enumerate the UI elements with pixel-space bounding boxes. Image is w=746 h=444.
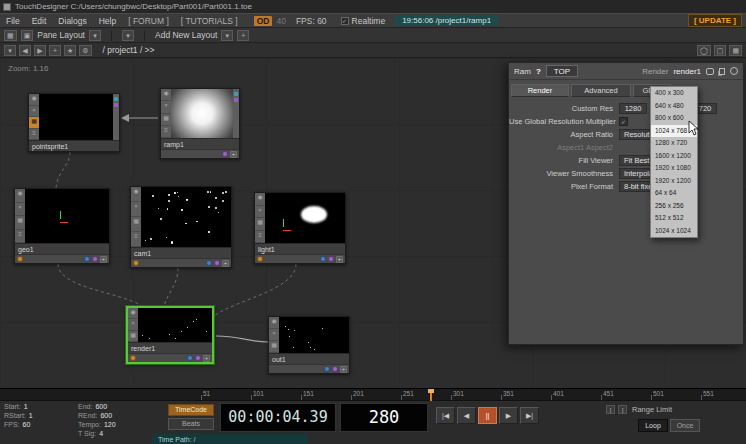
add-flag-icon[interactable]: + <box>203 355 210 362</box>
flag-dot-orange[interactable] <box>17 256 23 262</box>
od-button[interactable]: OD <box>254 16 273 26</box>
flag-dot-purple[interactable] <box>195 355 201 361</box>
bypass-flag-icon[interactable]: × <box>161 101 171 113</box>
viewer-flag-icon[interactable]: ◉ <box>269 317 279 329</box>
render-flag-icon[interactable]: ≡ <box>255 231 265 244</box>
tutorials-button[interactable]: [ TUTORIALS ] <box>175 16 244 26</box>
menu-file[interactable]: File <box>0 16 26 26</box>
pause-button[interactable]: || <box>478 407 497 424</box>
display-flag-icon[interactable]: ▦ <box>161 114 171 126</box>
flag-dot-purple[interactable] <box>332 366 338 372</box>
viewer-flag-icon[interactable]: ◉ <box>29 94 39 106</box>
add-icon[interactable]: + <box>49 45 61 56</box>
node-viewport[interactable] <box>39 94 113 140</box>
range-bracket-left-icon[interactable]: [ <box>606 405 615 414</box>
flag-dot-purple[interactable] <box>92 256 98 262</box>
viewer-flag-icon[interactable]: ◉ <box>131 187 141 202</box>
flag-dot-orange[interactable] <box>257 256 263 262</box>
node-flag-strip[interactable]: ◉ × ▦ ≡ <box>15 189 25 243</box>
node-flag-strip[interactable]: ◉ × ▦ <box>128 308 138 342</box>
pane-menu-dropdown-icon[interactable]: ▾ <box>4 45 16 56</box>
pane-grid-icon[interactable]: ▦ <box>729 45 742 56</box>
breadcrumb[interactable]: / project1 / >> <box>103 45 155 55</box>
flag-dot-blue[interactable] <box>320 256 326 262</box>
resolution-menu-item[interactable]: 1280 x 720 <box>651 137 697 150</box>
bypass-flag-icon[interactable]: × <box>269 329 279 341</box>
node-pointsprite1[interactable]: ◉ × ▦ ≡ pointsprite1 <box>28 93 120 152</box>
viewer-flag-icon[interactable]: ◉ <box>15 189 25 203</box>
help-icon[interactable]: ? <box>536 67 541 76</box>
display-flag-icon[interactable]: ▦ <box>15 216 25 230</box>
step-back-button[interactable]: ◀ <box>457 407 476 424</box>
display-flag-icon[interactable]: ▦ <box>29 117 39 129</box>
bookmark-star-icon[interactable]: ★ <box>64 45 76 56</box>
node-flag-strip[interactable]: ◉ × ▦ ≡ <box>255 193 265 243</box>
time-path-readout[interactable]: Time Path: / <box>152 434 308 444</box>
menu-dialogs[interactable]: Dialogs <box>52 16 92 26</box>
resolution-menu-item[interactable]: 1024 x 1024 <box>651 225 697 238</box>
flag-dot-blue[interactable] <box>84 256 90 262</box>
jump-start-button[interactable]: |◀ <box>436 407 455 424</box>
add-flag-icon[interactable]: + <box>222 260 229 267</box>
bypass-flag-icon[interactable]: × <box>131 202 141 217</box>
add-layout-plus-icon[interactable]: + <box>237 30 249 41</box>
display-flag-icon[interactable]: ▦ <box>269 341 279 353</box>
comment-icon[interactable] <box>706 68 714 75</box>
resolution-menu-item[interactable]: 400 x 300 <box>651 87 697 100</box>
add-flag-icon[interactable]: + <box>340 366 347 373</box>
flag-dot-blue[interactable] <box>187 355 193 361</box>
node-render1[interactable]: ◉ × ▦ render1 + <box>126 306 214 364</box>
render-flag-icon[interactable]: ≡ <box>15 230 25 244</box>
operator-name-field[interactable]: render1 <box>673 67 701 76</box>
viewer-flag-icon[interactable]: ◉ <box>255 193 265 206</box>
viewer-flag-icon[interactable]: ◉ <box>128 308 138 319</box>
back-icon[interactable]: ◀ <box>19 45 31 56</box>
display-flag-icon[interactable]: ▦ <box>255 218 265 231</box>
frame-field[interactable]: 280 <box>340 403 428 432</box>
render-flag-icon[interactable]: ≡ <box>29 129 39 141</box>
resolution-menu-item[interactable]: 1920 x 1200 <box>651 175 697 188</box>
range-bracket-right-icon[interactable]: ] <box>618 405 627 414</box>
flag-dot-purple[interactable] <box>222 151 228 157</box>
node-flag-strip[interactable]: ◉ × ▦ ≡ <box>161 89 171 138</box>
gear-icon[interactable]: ⚙ <box>79 45 91 56</box>
node-viewport[interactable] <box>141 187 231 247</box>
viewer-flag-icon[interactable]: ◉ <box>161 89 171 101</box>
node-viewport[interactable] <box>265 193 345 243</box>
beats-button[interactable]: Beats <box>168 418 214 430</box>
tab-render[interactable]: Render <box>511 84 569 97</box>
add-new-layout-label[interactable]: Add New Layout <box>155 30 217 40</box>
copy-parameters-icon[interactable] <box>719 68 725 75</box>
add-flag-icon[interactable]: + <box>336 256 343 263</box>
context-button[interactable]: TOP <box>546 65 578 77</box>
node-viewport[interactable] <box>171 89 233 138</box>
render-flag-icon[interactable]: ≡ <box>131 232 141 247</box>
resolution-menu-item[interactable]: 64 x 64 <box>651 187 697 200</box>
resolution-menu-item[interactable]: 1920 x 1080 <box>651 162 697 175</box>
forward-icon[interactable]: ▶ <box>34 45 46 56</box>
resolution-multiplier-checkbox[interactable]: ✓ <box>619 117 628 126</box>
node-flag-strip[interactable]: ◉ × ▦ ≡ <box>131 187 141 247</box>
add-flag-icon[interactable]: + <box>100 256 107 263</box>
pane-circle-icon[interactable]: ◯ <box>697 45 711 56</box>
once-button[interactable]: Once <box>670 419 700 432</box>
flag-dot-purple[interactable] <box>214 260 220 266</box>
resolution-menu-item[interactable]: 256 x 256 <box>651 200 697 213</box>
layout-split-icon[interactable]: ▣ <box>21 30 34 41</box>
node-flag-strip[interactable]: ◉ × ▦ <box>269 317 279 353</box>
display-flag-icon[interactable]: ▦ <box>128 331 138 342</box>
flag-dot-blue[interactable] <box>206 260 212 266</box>
playhead[interactable] <box>430 389 432 401</box>
resolution-menu-item[interactable]: 640 x 480 <box>651 100 697 113</box>
add-flag-icon[interactable]: + <box>230 151 237 158</box>
pane-layout-dropdown-icon[interactable]: ▾ <box>89 30 101 41</box>
node-light1[interactable]: ◉ × ▦ ≡ light1 + <box>254 192 346 264</box>
menu-edit[interactable]: Edit <box>26 16 53 26</box>
node-viewport[interactable] <box>279 317 349 353</box>
display-flag-icon[interactable]: ▦ <box>131 217 141 232</box>
layout-grid-icon[interactable]: ▦ <box>4 30 17 41</box>
resolution-menu-item[interactable]: 512 x 512 <box>651 212 697 225</box>
pane-square-icon[interactable]: ▢ <box>714 45 727 56</box>
node-out1[interactable]: ◉ × ▦ out1 + <box>268 316 350 374</box>
realtime-checkbox[interactable]: ✓ <box>341 17 349 25</box>
